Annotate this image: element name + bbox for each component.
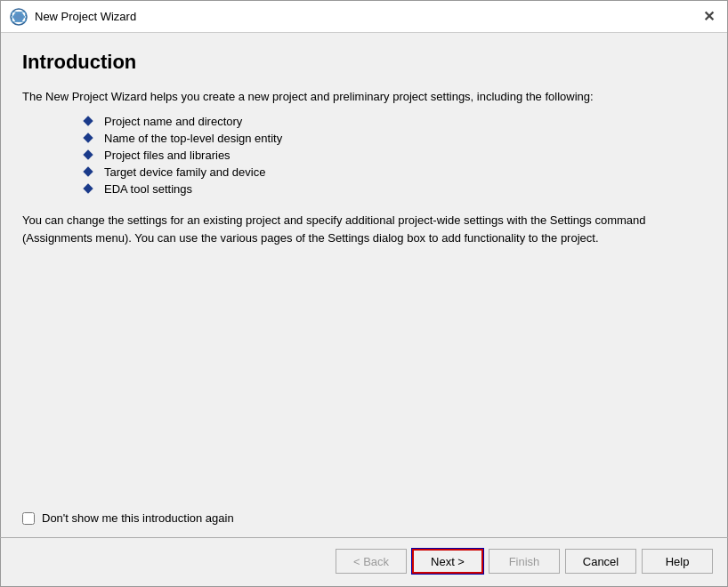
window-title: New Project Wizard: [35, 10, 136, 23]
content-spacer: [22, 248, 706, 503]
bullet-item-4: Target device family and device: [104, 165, 265, 179]
bullet-item-5: EDA tool settings: [104, 182, 192, 196]
list-item: Project files and libraries: [31, 149, 706, 162]
list-item: Target device family and device: [31, 165, 706, 179]
list-item: Name of the top-level design entity: [31, 132, 706, 145]
bullet-diamond-3: [83, 149, 93, 159]
settings-text: You can change the settings for an exist…: [22, 212, 706, 249]
dont-show-label[interactable]: Don't show me this introduction again: [42, 511, 234, 525]
back-button[interactable]: < Back: [336, 549, 407, 574]
close-button[interactable]: ✕: [700, 8, 718, 26]
bullet-list: Project name and directory Name of the t…: [22, 115, 706, 199]
bullet-diamond-1: [83, 116, 93, 125]
list-item: Project name and directory: [31, 115, 706, 128]
help-button[interactable]: Help: [642, 549, 713, 574]
app-icon: [10, 8, 28, 26]
main-content: Introduction The New Project Wizard help…: [1, 33, 727, 537]
bullet-item-2: Name of the top-level design entity: [104, 132, 282, 145]
button-bar: < Back Next > Finish Cancel Help: [1, 538, 727, 586]
checkbox-row: Don't show me this introduction again: [22, 503, 706, 537]
next-button[interactable]: Next >: [412, 549, 483, 574]
bullet-diamond-4: [83, 166, 93, 176]
bullet-diamond-2: [83, 133, 93, 142]
list-item: EDA tool settings: [31, 182, 706, 196]
finish-button[interactable]: Finish: [489, 549, 560, 574]
cancel-button[interactable]: Cancel: [565, 549, 636, 574]
wizard-window: New Project Wizard ✕ Introduction The Ne…: [0, 0, 728, 587]
title-bar: New Project Wizard ✕: [1, 1, 727, 33]
dont-show-checkbox[interactable]: [22, 512, 35, 525]
intro-text: The New Project Wizard helps you create …: [22, 88, 706, 106]
page-heading: Introduction: [22, 51, 706, 74]
bullet-diamond-5: [83, 183, 93, 193]
bullet-item-1: Project name and directory: [104, 115, 242, 128]
bullet-item-3: Project files and libraries: [104, 149, 231, 162]
title-bar-left: New Project Wizard: [10, 8, 136, 26]
